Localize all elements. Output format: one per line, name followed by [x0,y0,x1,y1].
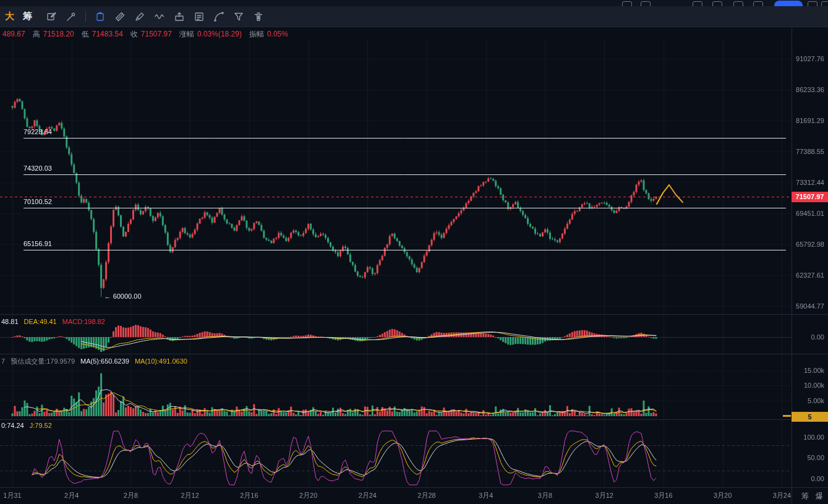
top-bar-icon-6[interactable] [753,1,763,6]
ohlc-label: 高 [33,29,40,40]
time-axis-label: 2月16 [240,491,258,500]
price-axis-label: 69451.01 [796,210,824,217]
kdj-axis-label: 100.00 [803,434,824,441]
time-axis-label: 1月31 [3,491,21,500]
time-axis-button-1[interactable]: 筹 [801,491,809,502]
horizontal-level-label[interactable]: 70100.52 [23,198,52,205]
tool-edit-k-icon[interactable] [46,11,57,22]
truncated-top-bar [0,0,828,6]
tool-pen-icon[interactable] [134,11,145,22]
time-axis-label: 3月4 [479,491,493,500]
time-axis-label: 3月8 [538,491,552,500]
kdj-token: 0:74.24 [1,422,24,429]
ohlc-info-bar: 489.67高71518.20低71483.54收71507.97涨幅0.03%… [2,29,296,40]
time-axis-label: 3月24 [773,491,791,500]
ohlc-value: 489.67 [2,30,25,38]
time-axis[interactable]: 1月312月42月82月122月162月202月242月283月43月83月12… [0,489,828,504]
macd-axis-label: 0.00 [811,333,824,341]
volume-token: 7 [1,357,5,365]
ohlc-label: 涨幅 [179,29,194,40]
time-axis-label: 2月24 [359,491,377,500]
volume-indicator-labels: 7预估成交量:179.9579MA(5):650.6239MA(10):491.… [1,357,193,366]
kdj-token: J:79.52 [30,422,52,429]
tool-trash-icon[interactable] [253,11,264,22]
time-axis-label: 3月16 [654,491,672,500]
horizontal-level-label[interactable]: 65156.91 [23,240,52,247]
drawing-toolbar: 大 筹 [0,6,828,27]
kdj-axis-label: 50.00 [807,454,824,461]
ohlc-value: 71518.20 [43,30,74,38]
tool-brush-icon[interactable] [66,11,77,22]
tab-chou[interactable]: 筹 [23,11,32,22]
tool-rect-select-icon[interactable] [95,11,106,22]
macd-indicator-labels: 48.81DEA:49.41MACD:198.82 [1,318,111,325]
kdj-axis-label: 0.00 [811,475,824,482]
price-axis-label: 86233.36 [796,86,824,93]
time-axis-label: 2月12 [181,491,198,500]
top-bar-icon-8[interactable] [808,1,817,6]
price-axis[interactable]: 71507.97 5 91027.7686233.3681691.2977388… [792,0,828,504]
top-bar-icon-1[interactable] [622,1,632,6]
time-axis-label: 3月20 [714,491,732,500]
tool-ruler-icon[interactable] [114,11,126,22]
volume-axis-label: 10.00k [804,382,824,389]
volume-token: MA(10):491.0630 [135,357,187,365]
top-bar-icon-2[interactable] [641,1,651,6]
current-price-badge: 71507.97 [792,192,828,202]
trading-chart-app: 大 筹 489.67高71518.20低71483.54收71507.97涨幅0… [0,0,828,504]
tab-da[interactable]: 大 [5,11,14,22]
price-axis-label: 59044.77 [796,302,824,310]
time-axis-label: 3月12 [595,491,613,500]
volume-token: 预估成交量:179.9579 [11,357,75,366]
current-volume-badge: 5 [792,412,828,422]
ohlc-label: 振幅 [249,29,264,40]
volume-axis-label: 5.00k [808,397,824,404]
macd-token: 48.81 [1,318,19,325]
top-bar-icon-4[interactable] [712,1,722,6]
macd-token: DEA:49.41 [24,318,57,325]
top-bar-icon-7[interactable] [774,1,803,6]
ohlc-value: 71483.54 [92,30,123,38]
price-axis-label: 77388.55 [796,148,824,155]
time-axis-label: 2月4 [64,491,79,500]
time-axis-label: 2月8 [124,491,138,500]
horizontal-level-label[interactable]: 74320.03 [23,164,52,172]
tool-clipboard-icon[interactable] [174,11,185,22]
candlestick-chart-canvas[interactable] [0,0,828,504]
price-annotation: ← 60000.00 [105,293,142,300]
ohlc-value: 0.05% [267,30,288,38]
drawing-tools-group [46,11,264,22]
price-axis-label: 81691.29 [796,117,824,124]
top-bar-icon-3[interactable] [693,1,702,6]
time-axis-label: 2月20 [299,491,317,500]
ohlc-label: 收 [130,29,138,40]
price-axis-label: 91027.76 [796,55,824,62]
toolbar-divider [85,12,86,22]
tool-note-icon[interactable] [194,11,205,22]
price-axis-label: 62327.61 [796,271,824,279]
ohlc-label: 低 [82,29,89,40]
tool-wave-icon[interactable] [154,11,165,22]
top-bar-icon-9[interactable] [821,1,828,6]
time-axis-button-2[interactable]: 爆 [816,491,823,502]
tool-arc-icon[interactable] [213,11,224,22]
price-axis-label: 65792.98 [796,241,824,248]
volume-axis-label: 15.00k [804,367,824,374]
volume-token: MA(5):650.6239 [80,357,129,365]
ohlc-value: 0.03%(18.29) [197,30,242,38]
horizontal-level-label[interactable]: 79228.64 [23,128,52,135]
top-bar-icon-5[interactable] [733,1,743,6]
ohlc-value: 71507.97 [141,30,172,38]
kdj-indicator-labels: 0:74.24J:79.52 [1,422,58,429]
time-axis-label: 2月28 [417,491,435,500]
price-axis-label: 73312.44 [796,179,824,186]
macd-token: MACD:198.82 [62,318,105,325]
tool-filter-icon[interactable] [233,11,244,22]
